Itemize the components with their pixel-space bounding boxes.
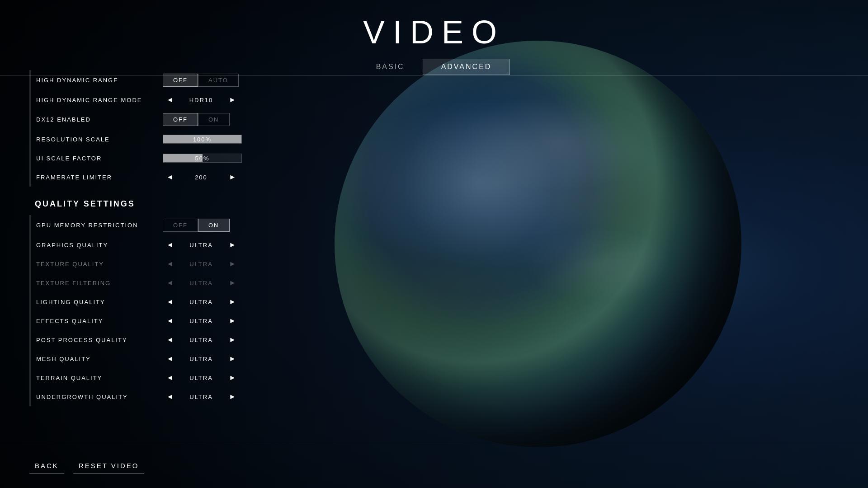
page-title: VIDEO	[0, 0, 868, 51]
toggle-gpu-mem: OFF ON	[163, 219, 230, 232]
tab-advanced[interactable]: ADVANCED	[423, 59, 510, 75]
toggle-dx12-on[interactable]: ON	[198, 113, 230, 126]
post-process-right[interactable]: ►	[225, 334, 240, 346]
toggle-dx12-off[interactable]: OFF	[163, 113, 198, 126]
framerate-left[interactable]: ◄	[163, 171, 177, 183]
post-process-value: ULTRA	[177, 337, 225, 343]
selector-framerate: ◄ 200 ►	[163, 171, 240, 183]
settings-scroll[interactable]: HIGH DYNAMIC RANGE OFF AUTO HIGH DYNAMIC…	[29, 70, 251, 438]
texture-quality-value: ULTRA	[177, 261, 225, 267]
bottom-bar: BACK RESET VIDEO	[0, 443, 868, 488]
label-resolution: RESOLUTION SCALE	[36, 136, 163, 143]
selector-terrain-quality: ◄ ULTRA ►	[163, 372, 240, 384]
selector-lighting-quality: ◄ ULTRA ►	[163, 296, 240, 308]
quality-settings-header: QUALITY SETTINGS	[29, 191, 249, 215]
texture-quality-right[interactable]: ►	[225, 258, 240, 270]
setting-row-terrain-quality: TERRAIN QUALITY ◄ ULTRA ►	[29, 368, 249, 387]
label-texture-filtering: TEXTURE FILTERING	[36, 280, 163, 286]
label-graphics-quality: GRAPHICS QUALITY	[36, 242, 163, 249]
label-dx12: DX12 ENABLED	[36, 116, 163, 123]
setting-row-dx12: DX12 ENABLED OFF ON	[29, 109, 249, 130]
hdr-mode-left[interactable]: ◄	[163, 94, 177, 106]
terrain-quality-value: ULTRA	[177, 375, 225, 381]
label-effects-quality: EFFECTS QUALITY	[36, 318, 163, 324]
setting-row-ui-scale: UI SCALE FACTOR 50%	[29, 149, 249, 168]
setting-row-mesh-quality: MESH QUALITY ◄ ULTRA ►	[29, 349, 249, 368]
setting-row-lighting-quality: LIGHTING QUALITY ◄ ULTRA ►	[29, 292, 249, 311]
texture-filtering-left[interactable]: ◄	[163, 277, 177, 289]
setting-row-hdr-mode: HIGH DYNAMIC RANGE MODE ◄ HDR10 ►	[29, 90, 249, 109]
selector-texture-filtering: ◄ ULTRA ►	[163, 277, 240, 289]
graphics-quality-left[interactable]: ◄	[163, 239, 177, 251]
selector-effects-quality: ◄ ULTRA ►	[163, 315, 240, 327]
label-hdr: HIGH DYNAMIC RANGE	[36, 77, 163, 84]
setting-row-effects-quality: EFFECTS QUALITY ◄ ULTRA ►	[29, 311, 249, 330]
effects-quality-value: ULTRA	[177, 318, 225, 324]
setting-row-resolution: RESOLUTION SCALE 100%	[29, 130, 249, 149]
hdr-mode-value: HDR10	[177, 97, 225, 103]
label-post-process: POST PROCESS QUALITY	[36, 337, 163, 343]
hdr-mode-right[interactable]: ►	[225, 94, 240, 106]
label-undergrowth: UNDERGROWTH QUALITY	[36, 394, 163, 400]
graphics-quality-value: ULTRA	[177, 242, 225, 249]
mesh-quality-value: ULTRA	[177, 356, 225, 362]
main-content: VIDEO BASIC ADVANCED HIGH DYNAMIC RANGE …	[0, 0, 868, 488]
settings-panel: HIGH DYNAMIC RANGE OFF AUTO HIGH DYNAMIC…	[29, 70, 251, 438]
terrain-quality-right[interactable]: ►	[225, 372, 240, 384]
label-terrain-quality: TERRAIN QUALITY	[36, 375, 163, 381]
label-mesh-quality: MESH QUALITY	[36, 356, 163, 362]
texture-quality-left[interactable]: ◄	[163, 258, 177, 270]
graphics-quality-right[interactable]: ►	[225, 239, 240, 251]
undergrowth-left[interactable]: ◄	[163, 391, 177, 403]
label-hdr-mode: HIGH DYNAMIC RANGE MODE	[36, 97, 163, 103]
slider-resolution-value: 100%	[163, 136, 241, 143]
setting-row-hdr: HIGH DYNAMIC RANGE OFF AUTO	[29, 70, 249, 90]
back-button[interactable]: BACK	[29, 458, 64, 474]
toggle-gpu-mem-on[interactable]: ON	[198, 219, 230, 232]
toggle-gpu-mem-off[interactable]: OFF	[163, 219, 198, 232]
lighting-quality-left[interactable]: ◄	[163, 296, 177, 308]
effects-quality-left[interactable]: ◄	[163, 315, 177, 327]
label-framerate: FRAMERATE LIMITER	[36, 174, 163, 181]
effects-quality-right[interactable]: ►	[225, 315, 240, 327]
lighting-quality-right[interactable]: ►	[225, 296, 240, 308]
quality-settings-title: QUALITY SETTINGS	[29, 195, 135, 211]
texture-filtering-right[interactable]: ►	[225, 277, 240, 289]
mesh-quality-right[interactable]: ►	[225, 353, 240, 365]
slider-ui-scale[interactable]: 50%	[163, 154, 242, 163]
setting-row-graphics-quality: GRAPHICS QUALITY ◄ ULTRA ►	[29, 235, 249, 254]
undergrowth-value: ULTRA	[177, 394, 225, 400]
setting-row-post-process: POST PROCESS QUALITY ◄ ULTRA ►	[29, 330, 249, 349]
toggle-hdr: OFF AUTO	[163, 74, 239, 87]
toggle-hdr-off[interactable]: OFF	[163, 74, 198, 87]
label-texture-quality: TEXTURE QUALITY	[36, 261, 163, 267]
setting-row-gpu-mem: GPU MEMORY RESTRICTION OFF ON	[29, 215, 249, 235]
label-gpu-mem: GPU MEMORY RESTRICTION	[36, 222, 163, 229]
tab-basic[interactable]: BASIC	[358, 59, 423, 75]
lighting-quality-value: ULTRA	[177, 299, 225, 305]
toggle-hdr-auto[interactable]: AUTO	[198, 74, 239, 87]
terrain-quality-left[interactable]: ◄	[163, 372, 177, 384]
setting-row-texture-quality: TEXTURE QUALITY ◄ ULTRA ►	[29, 254, 249, 273]
framerate-right[interactable]: ►	[225, 171, 240, 183]
framerate-value: 200	[177, 174, 225, 181]
toggle-dx12: OFF ON	[163, 113, 230, 126]
texture-filtering-value: ULTRA	[177, 280, 225, 286]
setting-row-framerate: FRAMERATE LIMITER ◄ 200 ►	[29, 168, 249, 187]
label-lighting-quality: LIGHTING QUALITY	[36, 299, 163, 305]
slider-ui-scale-value: 50%	[163, 155, 241, 162]
selector-graphics-quality: ◄ ULTRA ►	[163, 239, 240, 251]
undergrowth-right[interactable]: ►	[225, 391, 240, 403]
selector-mesh-quality: ◄ ULTRA ►	[163, 353, 240, 365]
setting-row-undergrowth: UNDERGROWTH QUALITY ◄ ULTRA ►	[29, 387, 249, 406]
selector-undergrowth: ◄ ULTRA ►	[163, 391, 240, 403]
selector-post-process: ◄ ULTRA ►	[163, 334, 240, 346]
selector-texture-quality: ◄ ULTRA ►	[163, 258, 240, 270]
selector-hdr-mode: ◄ HDR10 ►	[163, 94, 240, 106]
mesh-quality-left[interactable]: ◄	[163, 353, 177, 365]
reset-video-button[interactable]: RESET VIDEO	[73, 458, 145, 474]
setting-row-texture-filtering: TEXTURE FILTERING ◄ ULTRA ►	[29, 273, 249, 292]
label-ui-scale: UI SCALE FACTOR	[36, 155, 163, 162]
slider-resolution[interactable]: 100%	[163, 135, 242, 144]
post-process-left[interactable]: ◄	[163, 334, 177, 346]
